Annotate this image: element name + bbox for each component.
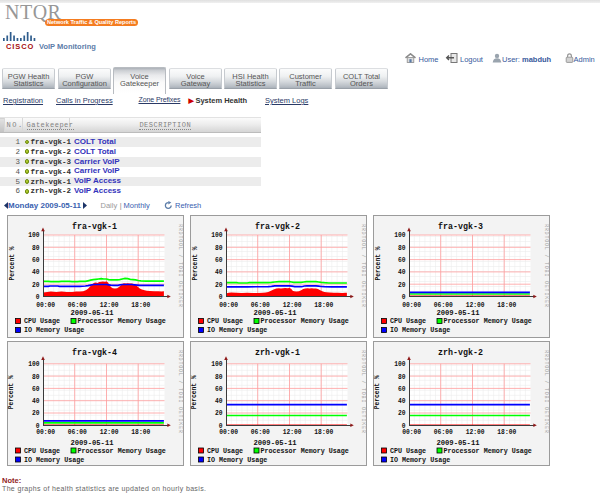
svg-text:CPU Usage: CPU Usage <box>207 447 243 455</box>
svg-text:60: 60 <box>215 386 223 393</box>
svg-text:fra-vgk-1: fra-vgk-1 <box>72 222 117 231</box>
svg-text:Processor Memory Usage: Processor Memory Usage <box>261 447 349 455</box>
svg-text:CPU Usage: CPU Usage <box>390 317 426 325</box>
svg-text:100: 100 <box>211 232 223 239</box>
svg-text:0: 0 <box>219 294 223 301</box>
svg-text:20: 20 <box>32 410 40 417</box>
svg-text:00:00: 00:00 <box>36 302 55 309</box>
svg-text:18:00: 18:00 <box>314 429 333 436</box>
svg-text:60: 60 <box>32 257 40 264</box>
svg-text:40: 40 <box>215 269 223 276</box>
svg-text:20: 20 <box>215 282 223 289</box>
svg-text:Percent %: Percent % <box>9 375 16 409</box>
svg-text:00:00: 00:00 <box>36 429 55 436</box>
svg-text:06:00: 06:00 <box>68 302 87 309</box>
svg-text:Percent %: Percent % <box>375 246 382 280</box>
svg-text:RRDTOOL / TOBI OETIKER: RRDTOOL / TOBI OETIKER <box>543 350 549 434</box>
svg-text:80: 80 <box>215 374 223 381</box>
svg-text:fra-vgk-2: fra-vgk-2 <box>255 222 300 231</box>
svg-text:60: 60 <box>398 257 406 264</box>
svg-text:06:00: 06:00 <box>68 429 87 436</box>
svg-text:RRDTOOL / TOBI OETIKER: RRDTOOL / TOBI OETIKER <box>177 224 183 308</box>
svg-text:Percent %: Percent % <box>9 246 16 280</box>
svg-text:60: 60 <box>32 386 40 393</box>
svg-text:CPU Usage: CPU Usage <box>207 317 243 325</box>
svg-text:100: 100 <box>28 361 40 368</box>
svg-text:Percent %: Percent % <box>375 375 382 409</box>
svg-text:06:00: 06:00 <box>251 302 270 309</box>
svg-text:20: 20 <box>215 410 223 417</box>
svg-text:2009-05-11: 2009-05-11 <box>253 439 297 447</box>
svg-text:2009-05-11: 2009-05-11 <box>70 439 114 447</box>
svg-text:12:00: 12:00 <box>283 429 302 436</box>
svg-text:RRDTOOL / TOBI OETIKER: RRDTOOL / TOBI OETIKER <box>177 350 183 434</box>
svg-text:00:00: 00:00 <box>402 302 421 309</box>
svg-text:18:00: 18:00 <box>314 302 333 309</box>
svg-text:80: 80 <box>398 374 406 381</box>
svg-text:0: 0 <box>36 294 40 301</box>
svg-text:100: 100 <box>28 232 40 239</box>
svg-text:06:00: 06:00 <box>251 429 270 436</box>
svg-text:Processor Memory Usage: Processor Memory Usage <box>78 317 166 325</box>
svg-text:IO Memory Usage: IO Memory Usage <box>24 456 84 464</box>
svg-text:80: 80 <box>32 245 40 252</box>
svg-text:60: 60 <box>398 386 406 393</box>
svg-text:40: 40 <box>398 269 406 276</box>
svg-text:80: 80 <box>398 245 406 252</box>
svg-text:18:00: 18:00 <box>131 302 150 309</box>
svg-text:80: 80 <box>32 374 40 381</box>
svg-text:12:00: 12:00 <box>100 429 119 436</box>
svg-text:60: 60 <box>215 257 223 264</box>
svg-text:12:00: 12:00 <box>100 302 119 309</box>
svg-text:20: 20 <box>32 282 40 289</box>
svg-text:100: 100 <box>394 232 406 239</box>
svg-text:40: 40 <box>32 398 40 405</box>
svg-text:2009-05-11: 2009-05-11 <box>436 439 480 447</box>
svg-text:IO Memory Usage: IO Memory Usage <box>390 326 450 334</box>
svg-text:CPU Usage: CPU Usage <box>24 317 60 325</box>
svg-text:Processor Memory Usage: Processor Memory Usage <box>444 317 532 325</box>
svg-text:12:00: 12:00 <box>466 429 485 436</box>
svg-text:fra-vgk-3: fra-vgk-3 <box>438 222 483 231</box>
svg-text:00:00: 00:00 <box>402 429 421 436</box>
svg-text:IO Memory Usage: IO Memory Usage <box>24 326 84 334</box>
svg-text:CPU Usage: CPU Usage <box>390 447 426 455</box>
svg-text:2009-05-11: 2009-05-11 <box>70 309 114 317</box>
svg-text:RRDTOOL / TOBI OETIKER: RRDTOOL / TOBI OETIKER <box>543 224 549 308</box>
svg-text:06:00: 06:00 <box>434 302 453 309</box>
svg-text:0: 0 <box>402 294 406 301</box>
svg-text:CPU Usage: CPU Usage <box>24 447 60 455</box>
svg-text:IO Memory Usage: IO Memory Usage <box>390 456 450 464</box>
svg-text:100: 100 <box>394 361 406 368</box>
svg-text:2009-05-11: 2009-05-11 <box>436 309 480 317</box>
svg-text:Percent %: Percent % <box>192 246 199 280</box>
svg-text:IO Memory Usage: IO Memory Usage <box>207 326 267 334</box>
svg-text:RRDTOOL / TOBI OETIKER: RRDTOOL / TOBI OETIKER <box>360 224 366 308</box>
svg-text:Processor Memory Usage: Processor Memory Usage <box>78 447 166 455</box>
svg-text:Processor Memory Usage: Processor Memory Usage <box>444 447 532 455</box>
svg-text:18:00: 18:00 <box>497 302 516 309</box>
svg-text:RRDTOOL / TOBI OETIKER: RRDTOOL / TOBI OETIKER <box>360 350 366 434</box>
svg-text:18:00: 18:00 <box>497 429 516 436</box>
svg-text:fra-vgk-4: fra-vgk-4 <box>72 348 117 357</box>
svg-text:2009-05-11: 2009-05-11 <box>253 309 297 317</box>
svg-text:80: 80 <box>215 245 223 252</box>
svg-text:40: 40 <box>32 269 40 276</box>
svg-text:12:00: 12:00 <box>283 302 302 309</box>
svg-text:zrh-vgk-2: zrh-vgk-2 <box>438 348 483 357</box>
svg-text:Percent %: Percent % <box>192 375 199 409</box>
svg-text:00:00: 00:00 <box>219 302 238 309</box>
svg-text:Processor Memory Usage: Processor Memory Usage <box>261 317 349 325</box>
svg-text:12:00: 12:00 <box>466 302 485 309</box>
svg-text:00:00: 00:00 <box>219 429 238 436</box>
svg-text:40: 40 <box>215 398 223 405</box>
svg-text:40: 40 <box>398 398 406 405</box>
svg-text:06:00: 06:00 <box>434 429 453 436</box>
svg-text:100: 100 <box>211 361 223 368</box>
svg-text:20: 20 <box>398 410 406 417</box>
svg-text:zrh-vgk-1: zrh-vgk-1 <box>255 348 300 357</box>
svg-text:20: 20 <box>398 282 406 289</box>
svg-text:18:00: 18:00 <box>131 429 150 436</box>
svg-text:IO Memory Usage: IO Memory Usage <box>207 456 267 464</box>
